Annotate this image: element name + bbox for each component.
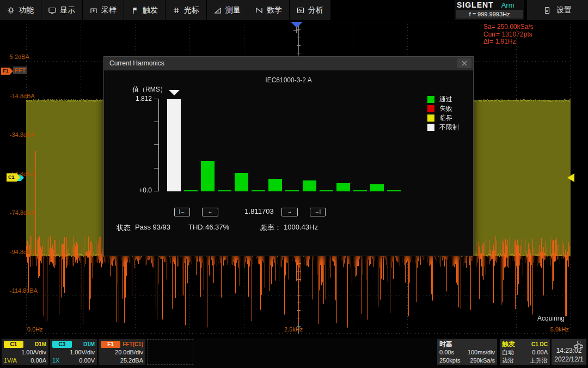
harmonic-bar [235,173,248,191]
harmonic-bar [285,190,299,191]
c1-badge: C1 [4,341,23,348]
harmonic-bar [370,184,384,191]
legend-row: 通过 [427,95,459,104]
measure-icon [214,7,222,14]
menu-item-measure[interactable]: 测量 [207,0,248,20]
sample-rate: Sa= 250.00kSa/s [483,23,534,31]
harmonics-bars [167,99,405,191]
last-harmonic-button[interactable]: →| [310,208,326,216]
c1-coupling: D1M [35,341,46,347]
dialog-title: Current Harmonics [104,59,164,67]
clock-time: 14:23:02 [554,347,584,354]
db-axis-label: 5.2dBA [10,53,29,60]
channel-box-f1[interactable]: F1FFT(C1) 20.0dB/div 25.2dBA [99,339,145,365]
f1-scale: 20.0dB/div [101,348,143,357]
selected-harmonic-value: 1.811703 [235,207,284,215]
harmonic-bar [218,190,231,191]
harmonic-bar [252,190,265,191]
brand-logo: SIGLENT [457,1,494,9]
trigger-label: 触发 [502,340,515,349]
sample-icon [90,7,97,14]
legend-row: 临界 [427,113,459,123]
bottom-bar: C1D1M 1.00A/div 1V/A0.00A C3D1M 1.00V/di… [0,338,588,368]
settings-label: 设置 [556,5,572,15]
menu-item-cursor[interactable]: 光标 [166,0,207,20]
legend-label: 不限制 [439,123,459,132]
db-axis-label: -114.8dBA [10,287,38,294]
harmonic-bar [336,183,350,191]
legend-swatch-fail [427,105,434,112]
cursor-icon [173,7,180,14]
menu-item-trigger[interactable]: 触发 [124,0,166,20]
close-button[interactable] [457,58,471,68]
menu-item-label: 光标 [184,5,199,15]
thd-value: 46.37% [205,223,229,231]
legend-label: 临界 [439,113,452,123]
trigger-frequency-readout: f = 999.9993Hz [456,10,523,19]
db-axis-label: -14.8dBA [10,93,35,99]
close-icon [461,60,468,67]
harmonic-bar [353,190,367,191]
timebase-delay: 0.00s [439,348,454,357]
timebase-label: 时基 [439,340,452,349]
channel-box-c3[interactable]: C3D1M 1.00V/div 1X0.00V [50,339,97,365]
display-icon [48,7,56,14]
gear-icon [7,7,15,14]
frequency-value: 1000.43Hz [284,223,318,231]
timebase-box[interactable]: 时基 0.00s100ms/div 250kpts250kSa/s [437,339,497,365]
harmonic-bar [387,190,401,191]
menu-item-function[interactable]: 功能 [0,0,41,20]
trigger-box[interactable]: 触发C1 DC 自动0.00A 边沿上升沿 [500,339,550,365]
menu-item-settings[interactable]: 设置 [527,0,588,20]
selected-harmonic-marker[interactable] [169,90,180,95]
legend: 通过 失败 临界 不限制 [427,95,459,132]
channel-box-empty[interactable] [147,339,193,365]
fft-label: FFT [13,67,27,74]
prev-harmonic-button[interactable]: ← [202,208,218,216]
y-axis-title: 值（RMS） [132,85,167,94]
f1-badge: F1 [101,341,120,348]
legend-swatch-pass [427,96,434,103]
clock-date: 2022/12/1 [554,355,584,363]
legend-swatch-nolimit [427,124,434,131]
c1-probe: 1V/A [4,357,17,365]
c1-offset: 0.00A [30,357,46,365]
menu-item-label: 触发 [143,5,158,15]
f1-channel-marker[interactable]: F1 [1,68,13,75]
acquiring-status: Acquiring [537,315,565,322]
channel-box-c1[interactable]: C1D1M 1.00A/div 1V/A0.00A [2,339,48,365]
next-harmonic-button[interactable]: → [281,208,298,216]
clipboard-icon [543,7,551,14]
menu-item-display[interactable]: 显示 [41,0,83,20]
standard-name: IEC61000-3-2 A [104,76,473,84]
math-icon [255,7,263,14]
trigger-level-marker[interactable] [567,173,574,182]
c3-badge: C3 [52,341,72,348]
c3-scale: 1.00V/div [52,348,95,357]
legend-label: 通过 [439,95,452,104]
y-axis-ticks [154,99,158,191]
acquisition-state: Arm [501,1,514,9]
f1-source: FFT(C1) [122,341,143,347]
db-axis-label: -74.8dBA [10,209,35,216]
brand-block: SIGLENT Arm f = 999.9993Hz [455,0,524,20]
c3-coupling: D1M [83,341,95,347]
menu-item-analysis[interactable]: 分析 [290,0,331,20]
trigger-level: 0.00A [532,348,548,357]
y-axis-line [158,99,159,191]
thd-label: THD: [188,223,205,231]
first-harmonic-button[interactable]: |← [174,208,190,216]
menu-item-math[interactable]: 数学 [248,0,290,20]
menu-item-acquire[interactable]: 采样 [83,0,124,20]
dialog-titlebar[interactable]: Current Harmonics [104,57,473,70]
clock-box[interactable]: 14:23:02 2022/12/1 [552,339,586,365]
freq-axis-label: 5.0kHz [550,326,569,333]
trigger-source: C1 DC [531,341,548,347]
analysis-icon [297,7,304,14]
flag-icon [131,7,139,14]
legend-swatch-marginal [427,114,434,122]
acquisition-info: Sa= 250.00kSa/s Curr= 131072pts Δf= 1.91… [483,23,534,46]
trigger-mode: 自动 [502,348,514,357]
frequency-label: 频率： [260,223,281,233]
db-axis-label: -34.8dBA [10,131,35,138]
